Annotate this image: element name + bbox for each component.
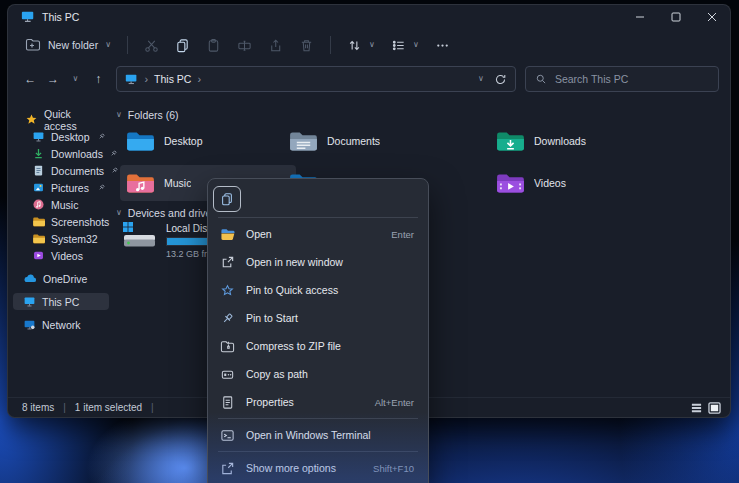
pin-star-icon xyxy=(220,283,235,298)
tile-label: Videos xyxy=(534,177,566,189)
sidebar-item-quick-access[interactable]: Quick access xyxy=(13,111,109,128)
items-count: 8 items xyxy=(22,402,54,413)
details-view-icon[interactable] xyxy=(690,402,703,414)
picture-icon xyxy=(32,181,45,194)
folder-icon xyxy=(32,215,45,228)
open-new-window-icon xyxy=(220,255,235,270)
hard-drive-icon xyxy=(122,221,158,251)
menu-item-compress-to-zip[interactable]: Compress to ZIP file xyxy=(208,332,428,360)
network-icon xyxy=(23,318,36,331)
rename-button[interactable] xyxy=(230,32,259,58)
context-menu-icon-row xyxy=(208,183,428,215)
sidebar-item-downloads[interactable]: Downloads xyxy=(13,145,109,162)
menu-item-properties[interactable]: Properties Alt+Enter xyxy=(208,388,428,416)
tile-desktop[interactable]: Desktop xyxy=(120,123,280,159)
sidebar-item-videos[interactable]: Videos xyxy=(13,247,109,264)
breadcrumb[interactable]: This PC xyxy=(154,73,191,85)
sidebar-item-system32[interactable]: System32 xyxy=(13,230,109,247)
address-dropdown-chevron[interactable]: ∨ xyxy=(478,75,484,83)
sidebar-item-network[interactable]: Network xyxy=(13,316,109,333)
sidebar-item-this-pc[interactable]: This PC xyxy=(13,293,109,310)
folder-icon xyxy=(32,232,45,245)
address-bar[interactable]: › This PC › ∨ xyxy=(116,66,516,92)
tile-videos[interactable]: Videos xyxy=(490,165,650,201)
history-chevron-button[interactable]: ∨ xyxy=(64,68,87,91)
menu-item-open[interactable]: Open Enter xyxy=(208,220,428,248)
pin-icon xyxy=(97,183,106,192)
search-input[interactable]: Search This PC xyxy=(525,66,719,92)
delete-button[interactable] xyxy=(292,32,321,58)
chevron-down-icon: ∨ xyxy=(116,209,122,217)
menu-item-show-more-options[interactable]: Show more options Shift+F10 xyxy=(208,454,428,482)
back-button[interactable]: ← xyxy=(19,68,42,91)
context-menu: Open Enter Open in new window Pin to Qui… xyxy=(207,178,429,483)
desktop-wallpaper: { "colors": { "accent_blue": "#2ba0e8", … xyxy=(0,0,739,483)
sidebar-item-music[interactable]: Music xyxy=(13,196,109,213)
chevron-down-icon: ∨ xyxy=(369,41,375,49)
maximize-button[interactable] xyxy=(658,5,694,29)
sort-button[interactable]: ∨ xyxy=(340,32,382,58)
close-button[interactable] xyxy=(694,5,730,29)
tile-label: Desktop xyxy=(164,135,203,147)
folder-videos-icon xyxy=(496,172,525,195)
status-divider: | xyxy=(151,402,154,413)
monitor-icon xyxy=(23,295,36,308)
sidebar-item-label: OneDrive xyxy=(43,273,87,285)
minimize-button[interactable] xyxy=(622,5,658,29)
copy-button[interactable] xyxy=(168,32,197,58)
sidebar-item-label: Network xyxy=(42,319,81,331)
download-arrow-icon xyxy=(32,147,45,160)
cut-button[interactable] xyxy=(137,32,166,58)
pushpin-icon xyxy=(220,311,235,326)
paste-button[interactable] xyxy=(199,32,228,58)
section-title: Devices and drives xyxy=(128,207,217,219)
status-divider: | xyxy=(63,402,66,413)
menu-divider xyxy=(218,418,418,419)
command-toolbar: New folder ∨ ∨ ∨ xyxy=(8,29,730,61)
section-header-folders[interactable]: ∨ Folders (6) xyxy=(116,109,179,121)
menu-item-pin-to-quick-access[interactable]: Pin to Quick access xyxy=(208,276,428,304)
tile-documents[interactable]: Documents xyxy=(283,123,443,159)
menu-item-copy-as-path[interactable]: Copy as path xyxy=(208,360,428,388)
chevron-down-icon: ∨ xyxy=(116,111,122,119)
share-button[interactable] xyxy=(261,32,290,58)
sidebar-item-label: Screenshots xyxy=(51,216,109,228)
video-icon xyxy=(32,249,45,262)
window-title: This PC xyxy=(42,11,79,23)
titlebar: This PC xyxy=(8,5,730,29)
sidebar-item-label: Downloads xyxy=(51,148,103,160)
sidebar-item-screenshots[interactable]: Screenshots xyxy=(13,213,109,230)
music-note-icon xyxy=(32,198,45,211)
navigation-pane: Quick access Desktop Downloads Documents… xyxy=(8,97,112,397)
terminal-icon xyxy=(220,428,235,443)
address-row: ← → ∨ ↑ › This PC › ∨ Search This PC xyxy=(8,61,730,97)
search-placeholder: Search This PC xyxy=(555,73,628,85)
sidebar-item-desktop[interactable]: Desktop xyxy=(13,128,109,145)
section-header-devices[interactable]: ∨ Devices and drives xyxy=(116,207,217,219)
sidebar-item-documents[interactable]: Documents xyxy=(13,162,109,179)
more-options-button[interactable] xyxy=(428,32,457,58)
menu-divider xyxy=(218,451,418,452)
chevron-down-icon: ∨ xyxy=(105,41,111,49)
menu-item-open-in-new-window[interactable]: Open in new window xyxy=(208,248,428,276)
show-more-icon xyxy=(220,461,235,476)
tile-downloads[interactable]: Downloads xyxy=(490,123,650,159)
sidebar-item-label: Documents xyxy=(51,165,104,177)
up-button[interactable]: ↑ xyxy=(87,68,110,91)
section-title: Folders (6) xyxy=(128,109,179,121)
refresh-icon[interactable] xyxy=(494,73,507,86)
forward-button[interactable]: → xyxy=(42,68,65,91)
menu-item-open-in-windows-terminal[interactable]: Open in Windows Terminal xyxy=(208,421,428,449)
properties-icon xyxy=(220,395,235,410)
copy-button[interactable] xyxy=(213,186,241,212)
sidebar-item-label: Pictures xyxy=(51,182,89,194)
menu-item-pin-to-start[interactable]: Pin to Start xyxy=(208,304,428,332)
sidebar-item-onedrive[interactable]: OneDrive xyxy=(13,270,109,287)
sidebar-item-pictures[interactable]: Pictures xyxy=(13,179,109,196)
copy-icon xyxy=(220,192,234,206)
cloud-icon xyxy=(23,272,37,286)
new-folder-button[interactable]: New folder ∨ xyxy=(18,32,118,58)
thumbnail-view-icon[interactable] xyxy=(708,402,721,414)
open-folder-icon xyxy=(220,227,235,242)
view-button[interactable]: ∨ xyxy=(384,32,426,58)
